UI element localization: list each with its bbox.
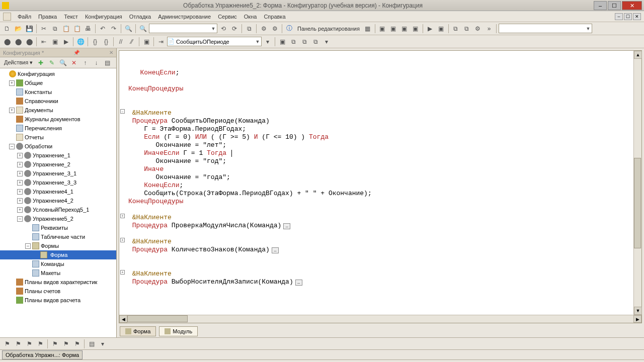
tx3-icon[interactable]: ⧉	[299, 37, 309, 47]
tree-reports[interactable]: Отчеты	[0, 133, 116, 142]
scroll-right-icon[interactable]: ▶	[633, 315, 641, 323]
scroll-left-icon[interactable]: ◀	[119, 315, 127, 323]
brace-icon[interactable]: {}	[90, 37, 100, 47]
db3-icon[interactable]: ▣	[399, 24, 410, 34]
tx1-icon[interactable]: ▣	[277, 37, 287, 47]
lp-sort-icon[interactable]: ▤	[102, 58, 112, 68]
db7-icon[interactable]: ⧉	[451, 24, 461, 34]
tree-root[interactable]: Конфигурация	[0, 69, 116, 78]
comment-icon[interactable]: //	[116, 37, 126, 47]
minimize-button[interactable]: –	[594, 1, 607, 10]
redo-icon[interactable]: ↷	[109, 24, 119, 34]
expand-icon[interactable]: …	[283, 223, 290, 229]
tree-form-selected[interactable]: Форма	[0, 250, 116, 259]
tx2-icon[interactable]: ⧉	[288, 37, 298, 47]
panel-pin-icon[interactable]: 📌	[73, 50, 79, 55]
paste2-icon[interactable]: 📋	[72, 24, 82, 34]
tool-icon[interactable]: ⚙	[259, 24, 269, 34]
expand-icon[interactable]: …	[295, 280, 302, 286]
bm4-icon[interactable]: ⚑	[35, 339, 45, 349]
dd2-icon[interactable]: ▾	[263, 37, 273, 47]
bm6-icon[interactable]: ⚑	[61, 339, 71, 349]
tree-ex1[interactable]: +Упражнение_1	[0, 151, 116, 160]
menu-edit[interactable]: Правка	[35, 12, 60, 21]
mdi-minimize[interactable]: –	[615, 13, 623, 20]
bm9-icon[interactable]: ▾	[98, 339, 108, 349]
scroll-thumb[interactable]	[127, 315, 188, 322]
help-icon[interactable]: ⓘ	[284, 24, 294, 34]
db9-icon[interactable]: ⚙	[473, 24, 483, 34]
find-icon[interactable]: 🔍	[123, 24, 133, 34]
new-icon[interactable]: 🗋	[2, 24, 12, 34]
panel-close-icon[interactable]: ✕	[109, 50, 113, 55]
scroll-thumb[interactable]	[634, 158, 641, 248]
bk2-icon[interactable]: ⬤	[13, 37, 23, 47]
rj1-icon[interactable]: ⇤	[39, 37, 49, 47]
db8-icon[interactable]: ⧉	[462, 24, 472, 34]
scroll-up-icon[interactable]: ▲	[634, 51, 642, 59]
bk1-icon[interactable]: ⬤	[2, 37, 12, 47]
code-editor[interactable]: – + + + КонецЕсли; КонецПроцедуры &НаКли…	[119, 51, 641, 315]
dropdown2-input[interactable]	[499, 26, 585, 32]
scroll-down-icon[interactable]: ▼	[634, 307, 642, 315]
tree-accounts[interactable]: Планы счетов	[0, 287, 116, 296]
tree-commands[interactable]: Команды	[0, 259, 116, 268]
mdi-close[interactable]: ✕	[633, 13, 641, 20]
menu-config[interactable]: Конфигурация	[82, 12, 126, 21]
tree-ex8[interactable]: –Упражнение5_2	[0, 214, 116, 223]
tab-form[interactable]: Форма	[120, 326, 156, 336]
cut-icon[interactable]: ✂	[39, 24, 49, 34]
tree-processing[interactable]: –Обработки	[0, 142, 116, 151]
search-box[interactable]: ▼	[149, 24, 217, 33]
bm5-icon[interactable]: ⚑	[50, 339, 60, 349]
bm7-icon[interactable]: ⚑	[72, 339, 82, 349]
paste-icon[interactable]: 📋	[61, 24, 71, 34]
window-tab-1[interactable]: Обработка Упражн...: Форма	[2, 350, 83, 359]
menu-windows[interactable]: Окна	[240, 12, 261, 21]
bm1-icon[interactable]: ⚑	[2, 339, 12, 349]
copy-icon[interactable]: ⧉	[50, 24, 60, 34]
menu-text[interactable]: Текст	[60, 12, 82, 21]
db10-icon[interactable]: »	[484, 24, 494, 34]
tree-ex4[interactable]: +Упражнение_3_3	[0, 178, 116, 187]
fold-icon[interactable]: +	[120, 238, 125, 242]
rj3-icon[interactable]: ▶	[61, 37, 71, 47]
open-icon[interactable]: 📂	[13, 24, 23, 34]
tree-ex5[interactable]: +Упражнение4_1	[0, 187, 116, 196]
tree-calc[interactable]: Планы видов расчета	[0, 296, 116, 305]
close-button[interactable]: ✕	[622, 1, 642, 10]
lp-add-icon[interactable]: ✚	[36, 58, 46, 68]
menu-debug[interactable]: Отладка	[126, 12, 154, 21]
db5-icon[interactable]: ▶	[425, 24, 435, 34]
chevron-down-icon[interactable]: ▼	[254, 39, 261, 44]
lp-del-icon[interactable]: ✕	[69, 58, 79, 68]
procedure-input[interactable]	[175, 39, 254, 45]
tree-ex7[interactable]: +УсловныйПереход5_1	[0, 205, 116, 214]
tree-enums[interactable]: Перечисления	[0, 124, 116, 133]
bm3-icon[interactable]: ⚑	[24, 339, 34, 349]
vertical-scrollbar[interactable]: ▲ ▼	[633, 51, 641, 315]
rj2-icon[interactable]: ▣	[50, 37, 60, 47]
lp-down-icon[interactable]: ↓	[91, 58, 101, 68]
tree-ex2[interactable]: +Упражнение_2	[0, 160, 116, 169]
tree-catalogs[interactable]: Справочники	[0, 97, 116, 106]
db2-icon[interactable]: ▣	[388, 24, 398, 34]
db1-icon[interactable]: ▣	[377, 24, 387, 34]
fold-icon[interactable]: –	[120, 109, 125, 114]
lp-up-icon[interactable]: ↑	[80, 58, 90, 68]
mdi-restore[interactable]: ☐	[624, 13, 632, 20]
zoom-icon[interactable]: 🔍	[138, 24, 148, 34]
tree-ex6[interactable]: +Упражнение4_2	[0, 196, 116, 205]
bm2-icon[interactable]: ⚑	[13, 339, 23, 349]
config-tree[interactable]: Конфигурация +Общие Константы Справочник…	[0, 68, 116, 337]
menu-help[interactable]: Справка	[260, 12, 289, 21]
tree-common[interactable]: +Общие	[0, 78, 116, 87]
procedure-dropdown[interactable]: 📄 ▼	[167, 37, 262, 46]
tx4-icon[interactable]: ⧉	[310, 37, 320, 47]
tree-templates[interactable]: Макеты	[0, 268, 116, 278]
block-icon[interactable]: ▣	[141, 37, 151, 47]
menu-admin[interactable]: Администрирование	[154, 12, 214, 21]
nav-fwd-icon[interactable]: ⟳	[229, 24, 239, 34]
tree-props[interactable]: Реквизиты	[0, 223, 116, 232]
save-icon[interactable]: 💾	[24, 24, 34, 34]
